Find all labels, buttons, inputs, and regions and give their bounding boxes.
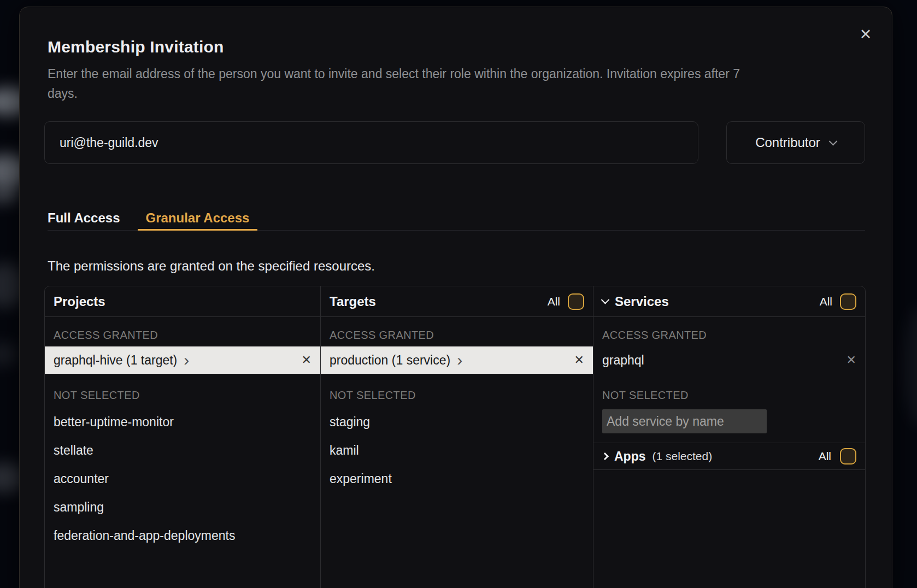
target-item[interactable]: kamil xyxy=(321,436,593,464)
remove-service-button[interactable]: ✕ xyxy=(847,353,856,367)
targets-all-checkbox[interactable] xyxy=(568,293,584,310)
backdrop-blur-shape xyxy=(0,187,21,203)
project-item[interactable]: federation-and-app-deployments xyxy=(45,521,320,550)
apps-all-label: All xyxy=(819,450,831,463)
project-item[interactable]: sampling xyxy=(45,493,320,521)
services-column: Services All ACCESS GRANTED graphql ✕ NO… xyxy=(593,286,865,588)
targets-header-label: Targets xyxy=(330,294,376,309)
tab-full-access[interactable]: Full Access xyxy=(48,207,128,231)
close-button[interactable]: ✕ xyxy=(855,23,877,45)
project-item[interactable]: better-uptime-monitor xyxy=(45,408,320,436)
description-line-1: Enter the email address of the person yo… xyxy=(48,64,740,84)
role-select[interactable]: Contributor xyxy=(726,121,865,164)
chevron-right-icon xyxy=(601,452,609,460)
remove-project-button[interactable]: ✕ xyxy=(302,353,311,367)
granted-target-row[interactable]: production (1 service) › ✕ xyxy=(321,346,593,374)
target-item[interactable]: staging xyxy=(321,408,593,436)
membership-invitation-dialog: ✕ Membership Invitation Enter the email … xyxy=(19,7,892,588)
not-selected-label: NOT SELECTED xyxy=(593,374,865,408)
backdrop-blur-shape xyxy=(903,306,917,426)
chevron-down-icon xyxy=(829,137,838,145)
services-all-label: All xyxy=(820,295,832,308)
services-all-checkbox[interactable] xyxy=(840,293,856,310)
dialog-title: Membership Invitation xyxy=(48,38,224,56)
targets-all-label: All xyxy=(548,295,560,308)
access-tabs: Full Access Granular Access xyxy=(48,207,865,231)
chevron-right-icon: › xyxy=(184,355,189,366)
apps-group-row[interactable]: Apps (1 selected) All xyxy=(593,443,865,470)
not-selected-label: NOT SELECTED xyxy=(45,374,320,408)
targets-column: Targets All ACCESS GRANTED production (1… xyxy=(320,286,593,588)
chevron-down-icon[interactable] xyxy=(601,296,610,304)
services-header-label: Services xyxy=(615,294,669,309)
project-item[interactable]: stellate xyxy=(45,436,320,464)
granted-project-row[interactable]: graphql-hive (1 target) › ✕ xyxy=(45,346,320,374)
close-icon: ✕ xyxy=(860,26,872,43)
description-line-2: days. xyxy=(48,84,740,103)
email-input[interactable] xyxy=(44,121,698,164)
targets-header: Targets All xyxy=(321,286,593,317)
permissions-note: The permissions are granted on the speci… xyxy=(48,258,375,274)
not-selected-label: NOT SELECTED xyxy=(321,374,593,408)
apps-label: Apps xyxy=(614,449,646,464)
page: { "modal": { "title": "Membership Invita… xyxy=(0,0,917,588)
target-item[interactable]: experiment xyxy=(321,464,593,493)
projects-header: Projects xyxy=(45,286,320,317)
apps-all-checkbox[interactable] xyxy=(840,448,856,464)
remove-target-button[interactable]: ✕ xyxy=(574,353,584,367)
add-service-input[interactable] xyxy=(602,409,767,433)
add-service-slot xyxy=(593,408,865,436)
projects-header-label: Projects xyxy=(54,294,105,309)
dialog-description: Enter the email address of the person yo… xyxy=(48,64,740,103)
project-item[interactable]: accounter xyxy=(45,464,320,493)
projects-column: Projects ACCESS GRANTED graphql-hive (1 … xyxy=(45,286,320,588)
role-selected-value: Contributor xyxy=(755,135,820,150)
granted-service-row[interactable]: graphql ✕ xyxy=(593,346,865,374)
access-granted-label: ACCESS GRANTED xyxy=(321,317,593,346)
granted-service-name: graphql xyxy=(602,353,644,368)
granted-project-name: graphql-hive (1 target) xyxy=(54,353,177,368)
backdrop-blur-shape xyxy=(0,342,19,366)
granted-target-name: production (1 service) xyxy=(330,353,450,368)
apps-selected-count: (1 selected) xyxy=(653,450,713,463)
tab-granular-access[interactable]: Granular Access xyxy=(138,207,258,231)
chevron-right-icon: › xyxy=(457,355,462,366)
access-granted-label: ACCESS GRANTED xyxy=(593,317,865,346)
access-granted-label: ACCESS GRANTED xyxy=(45,317,320,346)
services-header: Services All xyxy=(593,286,865,317)
resources-table: Projects ACCESS GRANTED graphql-hive (1 … xyxy=(44,286,866,588)
